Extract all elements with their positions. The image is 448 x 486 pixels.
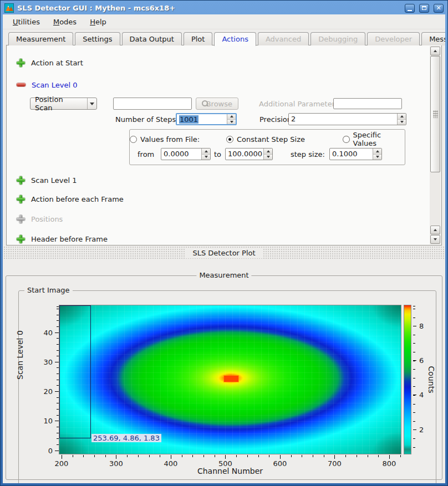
- scroll-up-button-2[interactable]: [430, 226, 440, 234]
- spin-down-button[interactable]: [202, 155, 210, 160]
- step-size-label: step size:: [291, 148, 325, 160]
- number-of-steps-label: Number of Steps:: [115, 113, 179, 125]
- y-tick: 0: [19, 446, 59, 455]
- splitter-label: SLS Detector Plot: [185, 248, 263, 258]
- x-tick: 600: [263, 455, 297, 468]
- titlebar: SLS Detector GUI : Mythen - mcs6x18+ ✕: [2, 2, 446, 14]
- tick-mark: [413, 429, 416, 430]
- tab[interactable]: Actions: [214, 32, 256, 46]
- spin-up-button[interactable]: [227, 114, 236, 120]
- close-button[interactable]: ✕: [434, 4, 444, 13]
- scan-level-0-row[interactable]: Scan Level 0: [17, 80, 77, 90]
- tab[interactable]: Messages: [421, 32, 445, 45]
- tab-bar: MeasurementSettingsData OutputPlotAction…: [8, 32, 442, 45]
- scrollbar-thumb[interactable]: [430, 56, 440, 172]
- tick-mark: [55, 421, 59, 421]
- spin-down-button[interactable]: [398, 120, 406, 125]
- browse-magnifier-icon: [202, 100, 203, 107]
- spin-up-button[interactable]: [264, 149, 272, 155]
- radio-option[interactable]: Constant Step Size: [226, 135, 305, 144]
- tick-mark: [55, 451, 59, 451]
- precision-spinbox[interactable]: 2: [288, 113, 406, 125]
- vertical-scrollbar[interactable]: [430, 46, 441, 244]
- x-axis-title: Channel Number: [59, 467, 401, 475]
- collapse-minus-icon[interactable]: [17, 83, 26, 86]
- window-title: SLS Detector GUI : Mythen - mcs6x18+: [17, 4, 400, 12]
- action-at-start-label: Action at Start: [31, 59, 83, 67]
- tick-mark: [55, 391, 59, 392]
- spin-down-button[interactable]: [264, 155, 272, 160]
- browse-button[interactable]: Browse: [196, 98, 238, 110]
- spin-up-button[interactable]: [202, 149, 210, 155]
- menu-item[interactable]: Modes: [48, 16, 82, 28]
- spin-down-button[interactable]: [373, 155, 381, 160]
- maximize-button[interactable]: [419, 4, 429, 13]
- menu-item[interactable]: Utilities: [7, 16, 45, 28]
- action-at-start-row[interactable]: Action at Start: [17, 58, 83, 68]
- x-tick: 200: [45, 455, 78, 468]
- step-size-spinbox[interactable]: 0.1000: [329, 148, 382, 160]
- grip-dots-icon: [433, 110, 438, 118]
- spin-down-icon: [400, 121, 404, 123]
- spin-down-icon: [267, 156, 270, 158]
- tab[interactable]: Advanced: [258, 32, 309, 45]
- spin-up-button[interactable]: [373, 149, 381, 155]
- heatmap-plot[interactable]: 253.69, 4.86, 1.83: [59, 305, 401, 454]
- arrow-up-icon: [434, 50, 437, 52]
- tab[interactable]: Debugging: [310, 32, 365, 45]
- spin-up-button[interactable]: [398, 114, 406, 120]
- scroll-down-button[interactable]: [430, 235, 440, 244]
- tick-mark: [116, 455, 116, 459]
- additional-parameter-input[interactable]: [333, 98, 402, 109]
- scan-script-input[interactable]: [113, 98, 192, 110]
- radio-icon: [343, 136, 350, 143]
- zoom-selection-rect[interactable]: [59, 305, 91, 438]
- number-of-steps-spinbox[interactable]: 1001: [176, 113, 237, 125]
- minimize-button[interactable]: [405, 4, 415, 13]
- y-tick: 30: [19, 357, 59, 366]
- spin-up-icon: [267, 150, 270, 152]
- y-tick: 40: [19, 328, 59, 337]
- splitter-handle[interactable]: SLS Detector Plot: [3, 245, 445, 260]
- spin-down-icon: [205, 156, 208, 158]
- menubar: UtilitiesModesHelp: [3, 14, 445, 29]
- action-before-frame-row[interactable]: Action before each Frame: [17, 194, 124, 204]
- minimize-icon: [408, 10, 412, 11]
- tick-mark: [171, 455, 171, 459]
- tick-mark: [62, 455, 62, 459]
- radio-option[interactable]: Values from File:: [130, 135, 200, 144]
- expand-plus-icon[interactable]: [17, 235, 25, 243]
- tick-mark: [55, 362, 59, 362]
- header-before-frame-row[interactable]: Header before Frame: [17, 234, 108, 244]
- spin-down-button[interactable]: [227, 120, 236, 125]
- colorbar-title: Counts: [427, 366, 436, 393]
- scan-mode-combobox[interactable]: Position Scan: [30, 98, 97, 110]
- scan-level-1-row[interactable]: Scan Level 1: [17, 175, 77, 185]
- tab[interactable]: Plot: [184, 32, 213, 45]
- menu-item[interactable]: Help: [84, 16, 112, 28]
- spin-up-icon: [376, 150, 379, 152]
- tab[interactable]: Data Output: [122, 32, 182, 45]
- from-label: from: [138, 148, 154, 160]
- spin-down-icon: [376, 156, 379, 158]
- tick-mark: [225, 455, 226, 459]
- scroll-up-button[interactable]: [430, 47, 440, 55]
- expand-plus-icon[interactable]: [17, 176, 25, 185]
- expand-plus-icon[interactable]: [17, 59, 25, 67]
- combo-dropdown-button[interactable]: [87, 98, 96, 109]
- tab[interactable]: Settings: [75, 32, 120, 45]
- step-size-value: 0.1000: [330, 149, 373, 160]
- radio-option[interactable]: Specific Values: [343, 135, 405, 144]
- expand-plus-icon[interactable]: [17, 195, 25, 203]
- tab[interactable]: Measurement: [8, 32, 73, 45]
- x-tick: 700: [318, 455, 352, 468]
- spin-up-icon: [230, 115, 233, 117]
- actions-panel: Action at Start Scan Level 0 Position Sc…: [6, 45, 442, 245]
- from-spinbox[interactable]: 0.0000: [161, 148, 211, 160]
- spin-up-icon: [205, 150, 208, 152]
- to-spinbox[interactable]: 100.0000: [225, 148, 273, 160]
- positions-row: Positions: [17, 214, 63, 224]
- radio-icon: [130, 136, 137, 143]
- tab[interactable]: Developer: [367, 32, 420, 45]
- to-label: to: [214, 148, 221, 160]
